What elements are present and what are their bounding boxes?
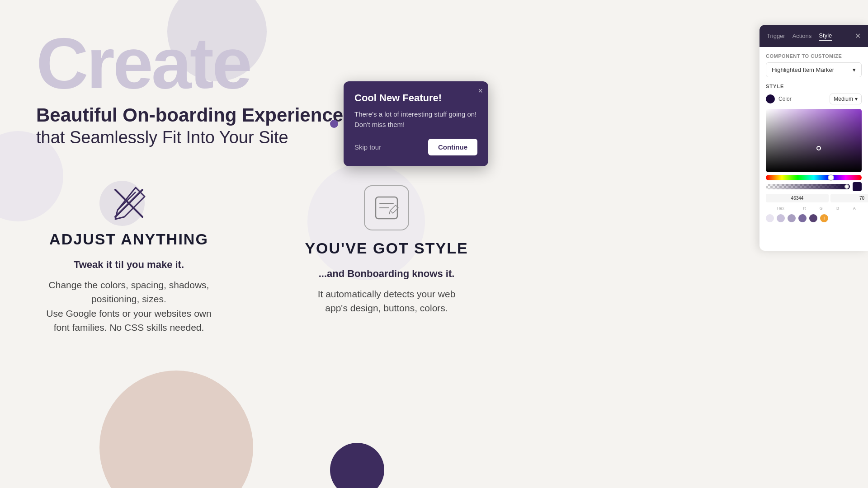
swatch-5[interactable]: [809, 214, 817, 222]
feature-style-desc-bold: ...and Bonboarding knows it.: [294, 268, 479, 280]
component-value: Highlighted Item Marker: [772, 66, 834, 73]
tour-title: Cool New Feature!: [354, 92, 477, 104]
swatch-3[interactable]: [788, 214, 796, 222]
tour-continue-button[interactable]: Continue: [428, 139, 477, 155]
svg-line-4: [389, 211, 390, 214]
panel-tabs: Trigger Actions Style: [767, 31, 832, 41]
panel-body: Component to customize Highlighted Item …: [760, 47, 868, 229]
main-content: Create Beautiful On-boarding Experiences…: [0, 0, 515, 488]
panel-close-button[interactable]: ✕: [855, 32, 861, 40]
tab-actions[interactable]: Actions: [793, 32, 812, 40]
tour-card: × Cool New Feature! There's a lot of int…: [344, 81, 488, 166]
features-section: ADJUST ANYTHING Tweak it til you make it…: [36, 185, 479, 335]
hue-slider[interactable]: [766, 175, 862, 180]
tour-skip-button[interactable]: Skip tour: [354, 143, 381, 151]
tab-trigger[interactable]: Trigger: [767, 32, 785, 40]
r-label: R: [797, 206, 812, 211]
color-swatch-dot: [766, 94, 775, 103]
tour-close-button[interactable]: ×: [478, 87, 483, 95]
tour-body: There's a lot of interesting stuff going…: [354, 109, 477, 130]
tour-actions: Skip tour Continue: [354, 139, 477, 155]
add-swatch-button[interactable]: +: [820, 214, 828, 222]
medium-chevron-icon: ▾: [855, 96, 858, 102]
feature-style-title: YOU'VE GOT STYLE: [294, 239, 479, 257]
component-dropdown[interactable]: Highlighted Item Marker ▾: [766, 62, 862, 77]
style-icon-box: [364, 185, 409, 230]
color-label: Color: [778, 96, 826, 102]
tour-dot: [330, 120, 338, 128]
hex-input[interactable]: [766, 194, 829, 202]
feature-style: YOU'VE GOT STYLE ...and Bonboarding know…: [294, 185, 479, 335]
a-label: A: [847, 206, 862, 211]
feature-adjust-desc: Change the colors, spacing, shadows,posi…: [36, 278, 222, 335]
color-swatches: +: [766, 214, 862, 222]
tab-style[interactable]: Style: [819, 31, 832, 41]
channel-labels: Hex R G B A: [766, 206, 862, 211]
color-picker-gradient[interactable]: [766, 109, 862, 172]
color-row: Color Medium ▾: [766, 94, 862, 104]
feature-adjust-desc-bold: Tweak it til you make it.: [36, 259, 222, 271]
hex-input-row: [766, 194, 862, 202]
component-label: Component to customize: [766, 53, 862, 59]
right-panel: Trigger Actions Style ✕ Component to cus…: [760, 25, 868, 251]
chevron-down-icon: ▾: [853, 66, 856, 73]
hex-label: Hex: [766, 206, 795, 211]
color-opacity-swatch: [853, 182, 862, 191]
medium-label: Medium: [834, 96, 853, 102]
feature-adjust-title: ADJUST ANYTHING: [36, 230, 222, 248]
style-label: STYLE: [766, 84, 862, 89]
feature-adjust: ADJUST ANYTHING Tweak it til you make it…: [36, 185, 222, 335]
feature-style-desc: It automatically detects your webapp's d…: [294, 287, 479, 315]
swatch-4[interactable]: [798, 214, 807, 222]
panel-header: Trigger Actions Style ✕: [760, 25, 868, 47]
swatch-1[interactable]: [766, 214, 774, 222]
g-label: G: [814, 206, 829, 211]
b-label: B: [830, 206, 845, 211]
swatch-2[interactable]: [777, 214, 785, 222]
r-input[interactable]: [830, 194, 868, 202]
medium-dropdown[interactable]: Medium ▾: [830, 94, 862, 104]
opacity-slider[interactable]: [766, 184, 850, 189]
adjust-icon: [111, 185, 147, 221]
